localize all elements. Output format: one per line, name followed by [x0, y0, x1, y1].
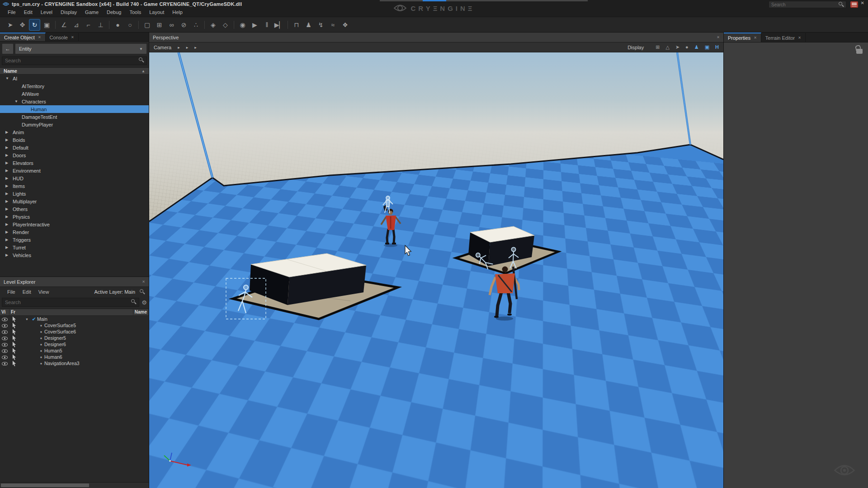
select-object-button[interactable]: ● — [112, 19, 123, 31]
tree-caret-icon[interactable]: ▶ — [5, 199, 13, 203]
link-button[interactable]: ∞ — [166, 19, 177, 31]
tree-item[interactable]: ▶ PlayerInteractive — [0, 221, 149, 228]
move-tool-button[interactable]: ✥ — [17, 19, 28, 31]
close-icon[interactable] — [717, 35, 720, 39]
menu-item[interactable]: Tools — [125, 9, 145, 16]
snap-grid-button[interactable]: ⊿ — [71, 19, 82, 31]
close-icon[interactable] — [754, 36, 757, 40]
ai-navigation-button[interactable]: ♟ — [303, 19, 314, 31]
global-search-input[interactable] — [769, 2, 839, 7]
rotate-tool-button[interactable]: ↻ — [29, 19, 40, 31]
tree-item[interactable]: ▶ Render — [0, 228, 149, 236]
visibility-toggle[interactable] — [0, 329, 9, 334]
3d-scene[interactable] — [149, 52, 723, 488]
visibility-toggle[interactable] — [0, 336, 9, 341]
tree-caret-icon[interactable]: ▶ — [5, 138, 13, 142]
level-explorer-row[interactable]: ● CoverSurface6 — [0, 328, 149, 335]
tree-item[interactable]: DummyPlayer — [0, 121, 149, 128]
column-header[interactable]: Vi — [0, 309, 9, 315]
find-object-button[interactable]: ○ — [124, 19, 136, 31]
tree-item[interactable]: ▶ Others — [0, 205, 149, 213]
global-search[interactable] — [769, 1, 846, 8]
entity-type-dropdown[interactable]: Entity — [15, 43, 147, 54]
tab-console[interactable]: Console — [46, 33, 79, 41]
physics-button[interactable]: ↯ — [315, 19, 326, 31]
pause-button[interactable]: ‖ — [261, 19, 273, 31]
display-menu[interactable]: Display — [627, 45, 644, 50]
tree-caret-icon[interactable]: ▶ — [5, 145, 13, 150]
menu-item[interactable]: Game — [81, 9, 103, 16]
level-explorer-search-input[interactable] — [2, 298, 139, 307]
tree-item[interactable]: ▶ Physics — [0, 213, 149, 221]
tree-caret-icon[interactable]: ▶ — [5, 130, 13, 134]
tree-caret-icon[interactable]: ▼ — [14, 99, 22, 103]
select-tool-button[interactable]: ➤ — [5, 19, 16, 31]
simulate-button[interactable]: ❖ — [340, 19, 351, 31]
frozen-toggle[interactable] — [9, 329, 19, 335]
display-mode-icon[interactable]: ▣ — [705, 45, 709, 50]
menu-item[interactable]: Level — [37, 9, 57, 16]
visibility-toggle[interactable] — [0, 342, 9, 347]
cover-box-right[interactable] — [456, 226, 558, 273]
cover-box-left[interactable] — [233, 253, 398, 319]
camera-play-button[interactable]: ▸ — [194, 45, 197, 50]
close-icon[interactable] — [38, 35, 41, 39]
tree-item[interactable]: ▶ Triggers — [0, 236, 149, 244]
tree-item[interactable]: AIWave — [0, 90, 149, 98]
tree-caret-icon[interactable]: ▼ — [5, 76, 13, 80]
toolbar-button[interactable] — [286, 19, 290, 31]
level-explorer-row[interactable]: ● Designer6 — [0, 341, 149, 347]
tree-caret-icon[interactable]: ▶ — [5, 245, 13, 249]
tree-caret-icon[interactable]: ▶ — [5, 161, 13, 165]
tree-item[interactable]: ▶ Items — [0, 182, 149, 190]
create-object-search-input[interactable] — [2, 56, 147, 65]
step-button[interactable]: ▶▏ — [274, 19, 285, 31]
level-explorer-row[interactable]: ● CoverSurface5 — [0, 322, 149, 328]
dot-toggle-icon[interactable]: ● — [685, 45, 689, 50]
snap-vertex-button[interactable]: ⌐ — [83, 19, 94, 31]
character-toggle-icon[interactable]: ♟ — [694, 45, 699, 50]
menu-item[interactable]: Edit — [20, 9, 37, 16]
menu-item[interactable]: File — [4, 9, 20, 16]
unlock-selection-button[interactable]: ◇ — [220, 19, 231, 31]
toolbar-button[interactable] — [107, 19, 111, 31]
stats-toggle-icon[interactable]: △ — [665, 45, 669, 50]
close-icon[interactable] — [798, 36, 801, 40]
menu-item[interactable]: Debug — [103, 9, 125, 16]
close-button[interactable]: ✕ — [861, 0, 864, 5]
frozen-toggle[interactable] — [9, 361, 19, 366]
tree-caret-icon[interactable]: ▶ — [5, 176, 13, 180]
frozen-toggle[interactable] — [9, 323, 19, 328]
tree-caret-icon[interactable]: ▶ — [5, 253, 13, 257]
tree-item[interactable]: ▶ Multiplayer — [0, 197, 149, 205]
helpers-toggle-icon[interactable]: H — [715, 45, 719, 50]
pointer-toggle-icon[interactable]: ➤ — [675, 45, 679, 50]
snap-angle-button[interactable]: ∠ — [58, 19, 70, 31]
frozen-toggle[interactable] — [9, 342, 19, 347]
level-explorer-menu-item[interactable]: Edit — [19, 288, 35, 296]
hide-selection-button[interactable]: ▢ — [142, 19, 153, 31]
tree-caret-icon[interactable]: ▶ — [5, 230, 13, 234]
level-explorer-row[interactable]: ● NavigationArea3 — [0, 360, 149, 366]
caret-icon[interactable]: ▼ — [25, 318, 31, 321]
visibility-toggle[interactable] — [0, 361, 9, 366]
tree-item[interactable]: ▼ AI — [0, 75, 149, 82]
visibility-toggle[interactable] — [0, 355, 9, 360]
camera-play-button[interactable]: ▸ — [178, 45, 180, 50]
portal-button[interactable]: ⊓ — [291, 19, 302, 31]
create-object-search[interactable] — [2, 56, 147, 65]
tree-item[interactable]: Human — [0, 105, 149, 113]
level-explorer-row[interactable]: ● Human5 — [0, 347, 149, 354]
tree-caret-icon[interactable]: ▶ — [5, 215, 13, 219]
unlock-icon[interactable] — [856, 49, 863, 54]
tab-properties[interactable]: Properties — [724, 33, 761, 42]
toolbar-button[interactable] — [203, 19, 207, 31]
back-button[interactable]: ← — [2, 43, 14, 54]
menu-item[interactable]: Help — [168, 9, 187, 16]
tree-item[interactable]: ▶ Lights — [0, 190, 149, 197]
tree-caret-icon[interactable]: ▶ — [5, 222, 13, 226]
visibility-toggle[interactable] — [0, 348, 9, 353]
tree-item[interactable]: ▶ Doors — [0, 151, 149, 159]
unlink-button[interactable]: ⊘ — [178, 19, 189, 31]
close-icon[interactable] — [71, 35, 74, 39]
